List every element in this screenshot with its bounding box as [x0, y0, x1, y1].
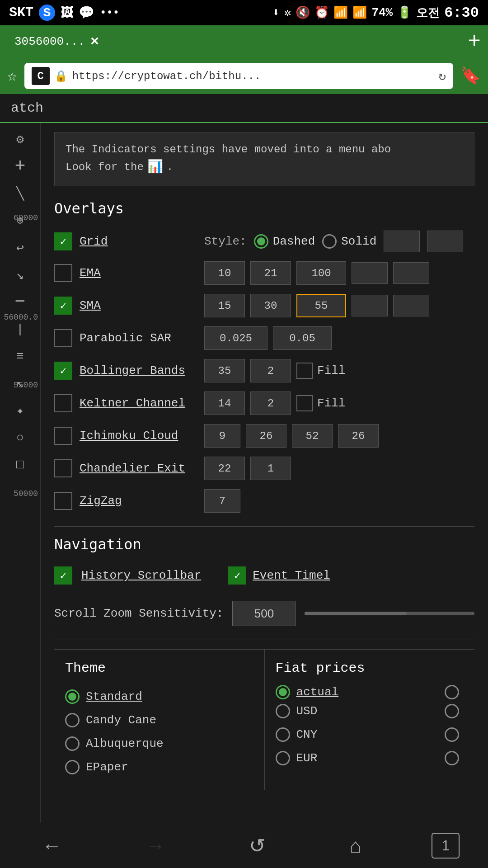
- ema-checkbox[interactable]: [54, 264, 72, 282]
- kc-input-2[interactable]: [250, 392, 291, 415]
- ic-input-2[interactable]: [246, 424, 286, 448]
- close-tab-button[interactable]: ×: [90, 33, 99, 50]
- menu-lines-icon[interactable]: ≡: [5, 344, 36, 368]
- ce-checkbox[interactable]: [54, 459, 72, 477]
- settings-icon[interactable]: ⚙: [5, 127, 36, 151]
- url-bar-row: ☆ C 🔒 https://cryptowat.ch/bithu... ↻ 🔖: [0, 58, 488, 94]
- zoom-slider[interactable]: [305, 612, 474, 615]
- time-label: 6:30: [444, 5, 479, 21]
- square-icon[interactable]: □: [5, 453, 36, 476]
- ema-input-3[interactable]: [296, 261, 346, 285]
- fiat-cny-radio[interactable]: [276, 727, 290, 742]
- albuquerque-radio[interactable]: [65, 736, 80, 751]
- bb-checkbox[interactable]: ✓: [54, 362, 72, 380]
- ema-input-1[interactable]: [204, 261, 245, 285]
- fiat-actual-radio[interactable]: [276, 685, 290, 699]
- arrow-down-icon[interactable]: ↘: [5, 263, 36, 287]
- bottom-section: Theme Standard Candy Cane Albuquerque EP…: [54, 649, 474, 790]
- sma-swatch[interactable]: [352, 295, 388, 316]
- grid-checkbox[interactable]: ✓: [54, 232, 72, 250]
- bb-input-2[interactable]: [250, 359, 291, 382]
- history-scrollbar-label: History Scrollbar: [81, 569, 201, 582]
- ic-input-4[interactable]: [338, 424, 379, 448]
- psar-input-1[interactable]: [204, 326, 267, 350]
- grid-color-swatch[interactable]: [384, 231, 420, 252]
- solid-radio[interactable]: [322, 234, 337, 249]
- theme-epaper[interactable]: EPaper: [65, 755, 253, 779]
- theme-standard[interactable]: Standard: [65, 685, 253, 708]
- event-timeline-checkbox[interactable]: ✓: [228, 566, 246, 585]
- tabs-button[interactable]: 1: [432, 833, 460, 859]
- bb-input-1[interactable]: [204, 359, 245, 382]
- fiat-usd-right-radio[interactable]: [445, 704, 459, 718]
- ema-swatch[interactable]: [352, 262, 388, 284]
- browser-tab[interactable]: 3056000... ×: [7, 30, 106, 54]
- fiat-actual-label: actual: [296, 685, 339, 699]
- ic-checkbox[interactable]: [54, 427, 72, 445]
- home-button[interactable]: ⌂: [336, 830, 375, 862]
- watch-tab-label[interactable]: atch: [11, 100, 43, 116]
- overlay-row-ce: Chandelier Exit: [54, 452, 474, 485]
- navigation-title: Navigation: [54, 536, 474, 553]
- price-label-2: 56000.0: [2, 313, 38, 322]
- bookmark-icon[interactable]: ☆: [7, 66, 17, 86]
- circle-icon[interactable]: ○: [5, 426, 36, 449]
- fiat-cny-right-radio[interactable]: [445, 727, 459, 742]
- fiat-eur-radio[interactable]: [276, 751, 290, 765]
- epaper-label: EPaper: [86, 760, 128, 774]
- theme-candy-cane[interactable]: Candy Cane: [65, 708, 253, 732]
- dashed-radio[interactable]: [254, 234, 268, 249]
- minus-icon[interactable]: −: [5, 290, 36, 314]
- overlay-row-ema: EMA: [54, 257, 474, 289]
- draw-line-icon[interactable]: ╲: [5, 182, 36, 205]
- bb-fill-checkbox[interactable]: [296, 363, 313, 379]
- refresh-icon[interactable]: ↻: [438, 68, 446, 84]
- zoom-input[interactable]: [232, 601, 296, 626]
- period-dot: .: [167, 159, 173, 175]
- fiat-eur-right-radio[interactable]: [445, 751, 459, 765]
- lock-icon: 🔒: [54, 70, 68, 83]
- overlay-row-psar: Parabolic SAR: [54, 322, 474, 354]
- divider-2: [54, 640, 474, 640]
- epaper-radio[interactable]: [65, 760, 80, 774]
- kc-checkbox[interactable]: [54, 394, 72, 412]
- ce-input-1[interactable]: [204, 457, 245, 480]
- ce-input-2[interactable]: [250, 457, 291, 480]
- forward-button[interactable]: →: [132, 830, 179, 862]
- refresh-button[interactable]: ↺: [235, 830, 279, 862]
- ema-swatch2[interactable]: [393, 262, 429, 284]
- solid-label: Solid: [341, 235, 376, 248]
- zz-input-1[interactable]: [204, 489, 240, 513]
- ic-input-1[interactable]: [204, 424, 240, 448]
- style-label: Style:: [204, 235, 247, 248]
- sma-input-1[interactable]: [204, 294, 245, 317]
- dashed-radio-group[interactable]: Dashed: [254, 234, 315, 249]
- sma-checkbox[interactable]: ✓: [54, 297, 72, 315]
- zz-checkbox[interactable]: [54, 492, 72, 510]
- extension-icon[interactable]: 🔖: [460, 66, 481, 86]
- solid-radio-group[interactable]: Solid: [322, 234, 376, 249]
- candy-cane-radio[interactable]: [65, 713, 80, 727]
- fiat-usd-radio[interactable]: [276, 704, 290, 718]
- theme-albuquerque[interactable]: Albuquerque: [65, 732, 253, 755]
- url-box[interactable]: C 🔒 https://cryptowat.ch/bithu... ↻: [24, 63, 453, 89]
- kc-input-1[interactable]: [204, 392, 245, 415]
- ic-input-3[interactable]: [292, 424, 333, 448]
- history-scrollbar-checkbox[interactable]: ✓: [54, 566, 72, 585]
- grid-style-area: Style: Dashed Solid: [204, 231, 474, 252]
- new-tab-button[interactable]: +: [468, 29, 481, 54]
- sma-swatch2[interactable]: [393, 295, 429, 316]
- ema-input-2[interactable]: [250, 261, 291, 285]
- psar-checkbox[interactable]: [54, 329, 72, 347]
- star-icon[interactable]: ✦: [5, 399, 36, 422]
- grid-color-swatch2[interactable]: [427, 231, 463, 252]
- curve-icon[interactable]: ↩: [5, 236, 36, 259]
- kc-fill-checkbox[interactable]: [296, 395, 313, 411]
- sma-input-3[interactable]: [296, 294, 346, 317]
- sma-input-2[interactable]: [250, 294, 291, 317]
- psar-input-2[interactable]: [273, 326, 332, 350]
- standard-radio[interactable]: [65, 689, 80, 704]
- add-icon[interactable]: +: [5, 155, 36, 178]
- fiat-actual-right-radio[interactable]: [445, 685, 459, 699]
- back-button[interactable]: ←: [28, 830, 75, 862]
